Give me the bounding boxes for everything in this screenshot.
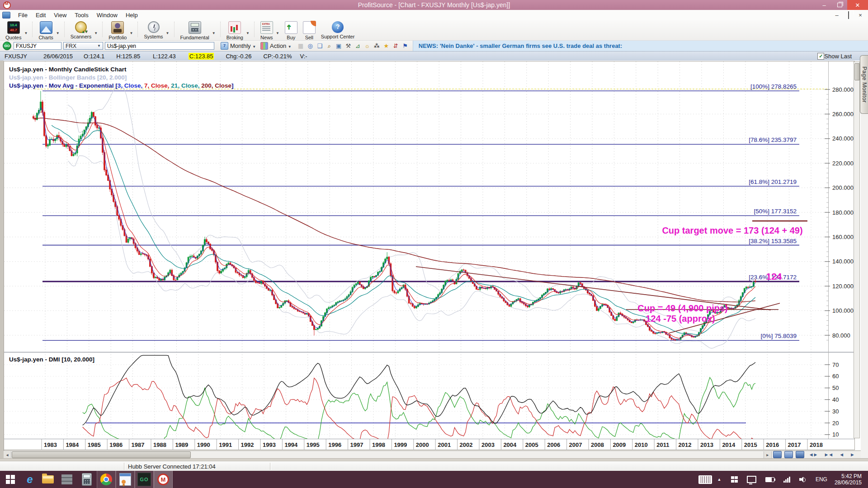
menu-file[interactable]: File (14, 11, 32, 19)
news-button[interactable]: News (258, 20, 276, 40)
charts-button[interactable]: Charts (36, 20, 56, 40)
svg-text:160.000: 160.000 (832, 234, 854, 240)
mdi-restore-button[interactable] (843, 12, 854, 19)
period-select[interactable]: Monthly ▼ (230, 42, 256, 49)
symbol-input[interactable] (14, 42, 61, 50)
menu-edit[interactable]: Edit (32, 11, 50, 19)
svg-text:Cup target move = 173 (124 + 4: Cup target move = 173 (124 + 49) (662, 225, 802, 235)
chart-vscrollbar[interactable] (854, 61, 860, 438)
network-icon[interactable] (783, 477, 790, 483)
instrument-name-input[interactable] (105, 42, 214, 50)
bricks-icon[interactable] (57, 471, 77, 488)
svg-text:20: 20 (832, 420, 839, 427)
portfolio-dropdown-icon[interactable]: ▼ (129, 31, 133, 35)
menu-window[interactable]: Window (93, 11, 122, 19)
chrome-icon[interactable] (97, 471, 116, 488)
volume-icon[interactable] (799, 476, 806, 483)
quote-close: C:123.85 (189, 53, 214, 60)
battery-icon[interactable] (765, 477, 774, 482)
expand-icon[interactable]: ◄► (809, 452, 818, 457)
jump-end-icon[interactable]: ►◄ (824, 452, 833, 457)
news-dropdown-icon[interactable]: ▼ (276, 31, 279, 35)
go-button[interactable]: GO (3, 42, 11, 50)
show-hidden-icons[interactable]: ▲ (717, 477, 722, 482)
target-icon[interactable]: ◎ (307, 42, 314, 50)
mdi-close-button[interactable]: × (854, 12, 866, 19)
buy-button[interactable]: Buy (282, 20, 300, 40)
systems-button[interactable]: Systems (141, 20, 165, 39)
star-icon[interactable]: ★ (382, 42, 390, 50)
draw-tool-icon[interactable] (773, 451, 782, 458)
restore-button[interactable] (832, 0, 847, 10)
close-button[interactable]: ✕ (847, 0, 868, 10)
exchange-select[interactable]: FRX▼ (63, 42, 103, 50)
news-ticker[interactable]: NEWS: 'Nein Danke' - smaller German firm… (413, 41, 868, 51)
quotes-button[interactable]: 10.440.7Quotes (3, 20, 24, 40)
chart-icon[interactable]: ⊿ (354, 42, 362, 50)
svg-text:100.000: 100.000 (832, 307, 854, 314)
scanners-dropdown-icon[interactable]: ▼ (94, 31, 98, 35)
svg-text:1985: 1985 (88, 441, 101, 448)
page-monitor-tab[interactable]: Page Monitor (860, 55, 868, 114)
systems-dropdown-icon[interactable]: ▼ (166, 31, 170, 35)
explorer-icon[interactable] (39, 471, 57, 488)
minimize-button[interactable]: – (816, 0, 832, 10)
charts-dropdown-icon[interactable]: ▼ (56, 31, 60, 35)
go-app-icon[interactable]: GO (135, 471, 154, 488)
step-forward-icon[interactable]: ► (850, 452, 854, 457)
ie-icon[interactable]: e (21, 471, 39, 488)
quote-low: L:122.43 (153, 53, 176, 60)
clock[interactable]: 5:42 PM 28/06/2015 (835, 473, 862, 486)
menu-tools[interactable]: Tools (71, 11, 92, 19)
action-select[interactable]: Action ▼ (270, 42, 292, 49)
menu-view[interactable]: View (50, 11, 71, 19)
flag-icon[interactable]: ⚑ (401, 42, 409, 50)
svg-text:2012: 2012 (679, 441, 692, 448)
toolbar-label: Quotes (5, 35, 21, 40)
show-last-checkbox[interactable]: ✓ (817, 53, 824, 60)
mdi-minimize-button[interactable]: – (831, 12, 843, 19)
quote-icon[interactable]: ❑ (316, 42, 324, 50)
display-icon[interactable] (747, 476, 756, 483)
sell-button[interactable]: Sell (300, 20, 318, 40)
search-icon[interactable]: ⌕ (326, 42, 333, 50)
svg-text:120.000: 120.000 (832, 283, 854, 290)
buy-icon (285, 21, 297, 34)
download-tool-icon[interactable] (796, 451, 804, 458)
profitsource-icon[interactable]: M (154, 471, 173, 488)
broking-dropdown-icon[interactable]: ▼ (246, 31, 250, 35)
hscroll-thumb[interactable] (12, 451, 191, 458)
support-center-button[interactable]: Support Center (318, 20, 358, 39)
show-last-toggle[interactable]: ✓ Show Last (817, 52, 852, 61)
save-icon[interactable]: ▦ (297, 42, 305, 50)
scroll-right-icon[interactable]: ▸ (764, 451, 772, 458)
scroll-left-icon[interactable]: ◂ (4, 451, 11, 458)
fundamental-button[interactable]: Fundamental (178, 20, 212, 40)
scanners-button[interactable]: Scanners (68, 20, 94, 39)
svg-text:1995: 1995 (307, 441, 320, 448)
language-indicator[interactable]: ENG (816, 476, 827, 483)
chart-canvas[interactable]: [100%] 278.8265[78.6%] 235.3797[61.8%] 2… (4, 61, 861, 450)
idea-icon[interactable]: ☼ (363, 42, 371, 50)
paw-icon[interactable]: ⁂ (373, 42, 381, 50)
start-button[interactable] (0, 471, 21, 488)
monitor-icon[interactable]: ▣ (335, 42, 343, 50)
touch-keyboard-icon[interactable] (698, 475, 712, 484)
portfolio-button[interactable]: Portfolio (106, 20, 129, 40)
updown-icon[interactable]: ⇵ (392, 42, 400, 50)
chart-hscrollbar[interactable]: ◂ ▸ ◄► ►◄ ◄ ► (4, 450, 861, 458)
quotes-dropdown-icon[interactable]: ▼ (24, 31, 28, 35)
windows-tray-icon[interactable] (731, 476, 738, 483)
broking-button[interactable]: Broking (224, 20, 246, 40)
tools-icon[interactable]: ⚒ (344, 42, 352, 50)
step-back-icon[interactable]: ◄ (839, 452, 844, 457)
planner-app-icon[interactable] (116, 471, 135, 488)
fundamental-dropdown-icon[interactable]: ▼ (212, 31, 216, 35)
status-bar: Hubb Server Connected 17:21:04 (0, 461, 868, 471)
quote-date: 26/06/2015 (43, 53, 73, 60)
calculator-icon[interactable] (77, 471, 97, 488)
vscroll-thumb[interactable] (854, 63, 860, 80)
menu-help[interactable]: Help (122, 11, 142, 19)
toolbar-label: News (260, 35, 273, 40)
refresh-tool-icon[interactable] (784, 451, 793, 458)
